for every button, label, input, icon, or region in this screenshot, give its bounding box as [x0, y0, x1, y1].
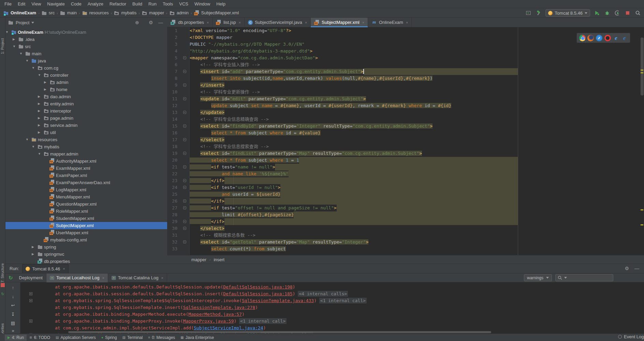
fold-marker-icon[interactable]: − [183, 124, 186, 128]
tree-item-admin[interactable]: ▶admin [5, 79, 167, 86]
tree-item-springmvc[interactable]: ▶springmvc [5, 251, 167, 258]
run-button[interactable] [594, 10, 600, 16]
tree-item-util[interactable]: ▶util [5, 129, 167, 136]
code-line-17[interactable]: </select> [190, 136, 224, 143]
tab-onlineexam[interactable]: mOnlineExam× [368, 18, 412, 27]
close-icon[interactable]: × [63, 267, 65, 271]
stack-trace-link[interactable]: DefaultSqlSession.java:185 [223, 291, 293, 296]
chevron-expanded-icon[interactable]: ▼ [32, 66, 35, 70]
code-line-2[interactable]: <!DOCTYPE mapper [190, 34, 232, 41]
menu-item-tools[interactable]: Tools [160, 1, 176, 7]
rerun-icon[interactable]: ↻ [1, 292, 5, 296]
chevron-collapsed-icon[interactable]: ▶ [44, 80, 46, 84]
close-icon[interactable]: × [102, 276, 104, 280]
stack-trace-link[interactable]: MapperMethod.java:57 [188, 312, 242, 317]
menu-item-vcs[interactable]: VCS [176, 1, 191, 7]
build-hammer-icon[interactable] [535, 10, 542, 16]
statusbar-item-0-messages[interactable]: ≡0: Messages [145, 335, 178, 341]
locate-file-icon[interactable]: ⊕ [135, 20, 139, 25]
breadcrumb-mybatis[interactable]: mybatis [113, 10, 137, 16]
tree-item-subjectmapper-xml[interactable]: <>SubjectMapper.xml [5, 222, 167, 229]
tool-window-button-structure[interactable]: 7: Structure [0, 263, 4, 283]
statusbar-item-spring[interactable]: ●Spring [99, 335, 120, 341]
chevron-collapsed-icon[interactable]: ▶ [32, 245, 34, 249]
tree-item-mapper-admin[interactable]: ▼mapper.admin [5, 150, 167, 158]
code-line-27[interactable]: <if test="offset != null and pageSize !=… [190, 205, 518, 211]
tree-item-usermapper-xml[interactable]: <>UserMapper.xml [5, 229, 167, 236]
fold-marker-icon[interactable]: − [183, 138, 186, 141]
console-search-input[interactable] [555, 274, 613, 281]
chevron-collapsed-icon[interactable]: ▶ [44, 88, 46, 91]
chevron-expanded-icon[interactable]: ▼ [26, 59, 29, 62]
code-editor[interactable]: <?xml version="1.0" encoding="UTF-8"?><!… [190, 27, 644, 255]
run-configuration-select[interactable]: Tomcat 8.5.46 [545, 9, 590, 17]
code-line-10[interactable]: <!-- 学科专业更新操作 --> [190, 89, 260, 95]
gear-icon[interactable]: ⚙ [625, 266, 629, 271]
code-line-5[interactable]: <mapper namespace="com.cg.dao.admin.Subj… [190, 55, 318, 61]
fold-marker-icon[interactable]: − [183, 179, 186, 182]
show-tool-window-bars-icon[interactable] [525, 10, 532, 16]
fold-marker-icon[interactable]: − [183, 199, 186, 203]
tree-item-exammapper-xml[interactable]: <>ExamMapper.xml [5, 165, 167, 172]
breadcrumb-admin[interactable]: admin [169, 10, 189, 16]
tab-db-properties[interactable]: #db.properties× [167, 18, 213, 27]
code-line-9[interactable]: </insert> [190, 82, 224, 89]
statusbar-item-java-enterprise[interactable]: ▦Java Enterprise [178, 335, 217, 341]
menu-item-file[interactable]: File [1, 1, 15, 7]
breadcrumb-onlineexam[interactable]: OnlineExam [3, 10, 37, 16]
code-line-6[interactable]: <!-- 学科专业插入操作 --> [190, 61, 260, 68]
code-line-19[interactable]: <select id="findList" parameterType="Map… [190, 150, 422, 157]
fold-marker-icon[interactable]: − [183, 84, 186, 87]
close-icon[interactable]: × [238, 20, 240, 25]
chevron-collapsed-icon[interactable]: ▶ [32, 252, 34, 256]
code-line-22[interactable]: and name like '%${name}%' [190, 170, 518, 177]
tab-subjectserviceimpl-java[interactable]: CSubjectServiceImpl.java× [245, 18, 311, 27]
code-line-11[interactable]: <update id="edit" parameterType="com.cg.… [190, 95, 366, 102]
chevron-down-icon[interactable] [31, 22, 34, 24]
warning-stripe-mark[interactable] [641, 70, 643, 71]
tree-item-home[interactable]: ▶home [5, 86, 167, 93]
tool-window-button-project[interactable]: 1: Project [0, 38, 4, 54]
run-content-tab[interactable]: Tomcat 8.5.46 × [22, 264, 68, 273]
chevron-expanded-icon[interactable]: ▼ [32, 145, 35, 148]
fold-marker-icon[interactable]: − [183, 186, 186, 189]
chevron-collapsed-icon[interactable]: ▶ [38, 116, 40, 120]
stack-trace-link[interactable]: DefaultSqlSession.java:198 [223, 284, 293, 290]
tree-item-controller[interactable]: ▼controller [5, 72, 167, 79]
chevron-collapsed-icon[interactable]: ▶ [13, 38, 15, 41]
code-line-30[interactable]: </select> [190, 225, 224, 232]
statusbar-item-terminal[interactable]: ▨Terminal [120, 335, 146, 341]
fold-marker-icon[interactable]: − [183, 111, 186, 114]
console-fold-icon[interactable]: + [29, 320, 32, 323]
editor-breadcrumb-mapper[interactable]: mapper [190, 257, 208, 263]
console-fold-icon[interactable]: + [29, 292, 32, 295]
safari-icon[interactable] [596, 35, 602, 41]
code-line-21[interactable]: <if test="name != null"> [190, 164, 518, 170]
code-line-32[interactable]: <select id="getTotal" parameterType="Map… [190, 239, 368, 246]
menu-item-view[interactable]: View [28, 1, 44, 7]
code-line-31[interactable]: <!-- 模糊搜索总条数 --> [190, 232, 255, 239]
tree-item-logmapper-xml[interactable]: <>LogMapper.xml [5, 186, 167, 193]
soft-wrap-icon[interactable]: ↩ [10, 303, 16, 308]
event-log-widget[interactable]: Event Log [618, 334, 644, 339]
tab-list-jsp[interactable]: Jlist.jsp× [213, 18, 245, 27]
tree-item-java[interactable]: ▼java [5, 57, 167, 64]
close-icon[interactable]: × [362, 20, 364, 25]
tree-item-onlineexam[interactable]: ▼OnlineExam H:\study\OnlineExam [5, 29, 167, 36]
restart-server-icon[interactable]: ↻ [9, 275, 13, 281]
fold-marker-icon[interactable]: − [183, 206, 186, 209]
search-everywhere-icon[interactable] [634, 10, 641, 16]
menu-item-help[interactable]: Help [213, 1, 229, 7]
breadcrumb-mapper[interactable]: mapper [141, 10, 165, 16]
fold-marker-icon[interactable]: − [183, 56, 186, 59]
tree-item-spring[interactable]: ▶spring [5, 243, 167, 251]
menu-item-refactor[interactable]: Refactor [106, 1, 129, 7]
close-icon[interactable]: × [305, 20, 307, 25]
chevron-collapsed-icon[interactable]: ▶ [38, 109, 40, 113]
chevron-collapsed-icon[interactable]: ▶ [38, 131, 40, 134]
print-icon[interactable]: ▤ [10, 321, 16, 326]
breadcrumb-resources[interactable]: resources [82, 10, 109, 16]
internet-explorer-icon[interactable]: e [613, 35, 619, 41]
chevron-expanded-icon[interactable]: ▼ [5, 30, 9, 34]
fold-marker-icon[interactable]: − [183, 97, 186, 100]
